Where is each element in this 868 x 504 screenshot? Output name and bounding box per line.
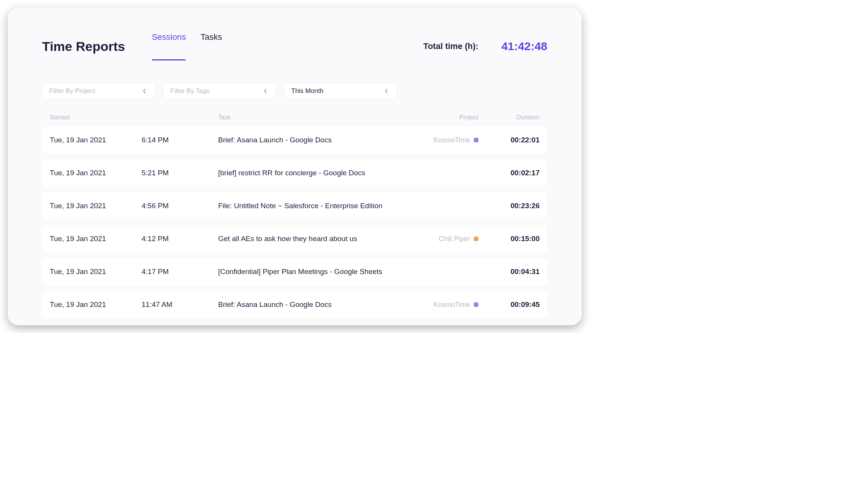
cell-time: 6:14 PM [142, 136, 218, 144]
cell-duration: 00:02:17 [478, 169, 540, 177]
cell-duration: 00:22:01 [478, 136, 540, 144]
content-area: Time Reports Sessions Tasks Total time (… [8, 8, 582, 325]
filters-row: Filter By Project Filter By Tags This Mo… [42, 83, 547, 99]
cell-project: KosmoTime [406, 136, 478, 144]
cell-duration: 00:23:26 [478, 202, 540, 210]
total-time-value: 41:42:48 [501, 40, 547, 53]
project-name: Chili Piper [439, 235, 470, 243]
col-header-duration: Duration [478, 114, 540, 121]
cell-task: [brief] restrict RR for concierge - Goog… [218, 168, 406, 178]
cell-date: Tue, 19 Jan 2021 [50, 267, 142, 276]
app-container: Time Reports Sessions Tasks Total time (… [8, 8, 582, 325]
chevron-left-icon [383, 88, 390, 95]
filter-by-tags[interactable]: Filter By Tags [163, 83, 276, 99]
cell-task: [Confidential] Piper Plan Meetings - Goo… [218, 267, 406, 277]
project-color-dot [474, 237, 478, 241]
cell-date: Tue, 19 Jan 2021 [50, 202, 142, 210]
cell-project: KosmoTime [406, 301, 478, 309]
cell-time: 4:12 PM [142, 235, 218, 243]
col-header-project: Project [406, 114, 478, 121]
cell-project: Chili Piper [406, 235, 478, 243]
cell-task: Brief: Asana Launch - Google Docs [218, 135, 406, 145]
total-time: Total time (h): 41:42:48 [423, 40, 547, 53]
table-body: Tue, 19 Jan 20216:14 PMBrief: Asana Laun… [42, 126, 547, 318]
project-color-dot [474, 302, 478, 307]
cell-date: Tue, 19 Jan 2021 [50, 235, 142, 243]
cell-date: Tue, 19 Jan 2021 [50, 169, 142, 177]
project-color-dot [474, 138, 478, 142]
table-row[interactable]: Tue, 19 Jan 20216:14 PMBrief: Asana Laun… [42, 126, 547, 154]
tab-sessions[interactable]: Sessions [152, 32, 186, 60]
col-header-time-spacer [142, 114, 218, 121]
cell-date: Tue, 19 Jan 2021 [50, 136, 142, 144]
cell-task: Get all AEs to ask how they heard about … [218, 234, 406, 244]
cell-time: 4:56 PM [142, 202, 218, 210]
cell-task: Brief: Asana Launch - Google Docs [218, 300, 406, 310]
table-row[interactable]: Tue, 19 Jan 20215:21 PM[brief] restrict … [42, 159, 547, 187]
cell-duration: 00:15:00 [478, 235, 540, 243]
col-header-started: Started [50, 114, 142, 121]
chevron-left-icon [262, 88, 269, 95]
filter-period-value: This Month [291, 87, 323, 95]
project-name: KosmoTime [434, 301, 470, 309]
page-title: Time Reports [42, 39, 125, 54]
filter-tags-placeholder: Filter By Tags [170, 87, 210, 95]
cell-time: 5:21 PM [142, 169, 218, 177]
tabs: Sessions Tasks [152, 32, 222, 60]
tab-tasks[interactable]: Tasks [201, 32, 222, 60]
table-row[interactable]: Tue, 19 Jan 20214:17 PM[Confidential] Pi… [42, 258, 547, 285]
cell-date: Tue, 19 Jan 2021 [50, 300, 142, 309]
table-row[interactable]: Tue, 19 Jan 202111:47 AMBrief: Asana Lau… [42, 291, 547, 318]
table-row[interactable]: Tue, 19 Jan 20214:12 PMGet all AEs to as… [42, 225, 547, 253]
filter-by-period[interactable]: This Month [284, 83, 397, 99]
total-time-label: Total time (h): [423, 41, 478, 51]
cell-task: File: Untitled Note ~ Salesforce - Enter… [218, 201, 406, 211]
project-name: KosmoTime [434, 136, 470, 144]
col-header-task: Task [218, 114, 406, 121]
header-row: Time Reports Sessions Tasks Total time (… [42, 32, 547, 60]
filter-project-placeholder: Filter By Project [49, 87, 95, 95]
cell-duration: 00:09:45 [478, 300, 540, 309]
chevron-left-icon [141, 88, 148, 95]
table-row[interactable]: Tue, 19 Jan 20214:56 PMFile: Untitled No… [42, 192, 547, 220]
cell-duration: 00:04:31 [478, 267, 540, 276]
filter-by-project[interactable]: Filter By Project [42, 83, 155, 99]
table-headers: Started Task Project Duration [42, 114, 547, 121]
cell-time: 4:17 PM [142, 267, 218, 276]
cell-time: 11:47 AM [142, 300, 218, 309]
